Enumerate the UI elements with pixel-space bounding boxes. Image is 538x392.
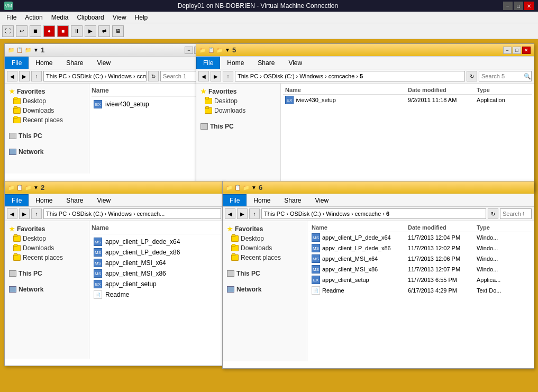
win2-tab-home[interactable]: Home	[29, 194, 59, 206]
win6-tab-home[interactable]: Home	[247, 194, 277, 206]
table-row[interactable]: 📄 Readme 6/17/2013 4:29 PM Text Do...	[309, 285, 532, 296]
list-item[interactable]: MS appv_client_MSI_x86	[92, 268, 221, 279]
win6-search-input[interactable]	[503, 211, 524, 217]
win5-sidebar: ★ Favorites Desktop Downloads This PC	[196, 84, 281, 184]
minimize-button[interactable]: −	[503, 2, 513, 10]
table-row[interactable]: MS appv_client_MSI_x64 11/7/2013 12:06 P…	[309, 253, 532, 264]
win5-maximize[interactable]: □	[513, 47, 521, 54]
win6-tab-view[interactable]: View	[308, 194, 335, 206]
win2-tab-file[interactable]: File	[5, 194, 29, 206]
col-date-header: Date modified	[408, 87, 477, 93]
win5-minimize[interactable]: −	[503, 47, 512, 54]
win1-forward[interactable]: ▶	[19, 71, 30, 81]
table-row[interactable]: MS appv_client_MSI_x86 11/7/2013 12:07 P…	[309, 264, 532, 275]
star-icon: ★	[9, 88, 15, 95]
maximize-button[interactable]: □	[514, 2, 523, 10]
toolbar-btn-2[interactable]: ↩	[16, 25, 28, 37]
toolbar-btn-3[interactable]: ⏹	[30, 25, 41, 37]
win6-tab-file[interactable]: File	[223, 194, 247, 206]
win1-up[interactable]: ↑	[31, 71, 42, 81]
win5-forward[interactable]: ▶	[211, 71, 221, 81]
win1-tab-share[interactable]: Share	[59, 57, 90, 69]
menu-clipboard[interactable]: Clipboard	[72, 13, 108, 22]
win5-up[interactable]: ↑	[223, 71, 233, 81]
win1-sidebar-downloads[interactable]: Downloads	[5, 106, 89, 115]
win2-address[interactable]: This PC › OSDisk (C:) › Windows › ccmcac…	[43, 208, 221, 219]
win5-thispc-header[interactable]: This PC	[196, 122, 280, 131]
win6-network-header[interactable]: Network	[223, 285, 307, 294]
win6-thispc-header[interactable]: This PC	[223, 269, 307, 278]
win5-back[interactable]: ◀	[198, 71, 209, 81]
win2-back[interactable]: ◀	[7, 208, 17, 219]
toolbar-btn-7[interactable]: ▶	[85, 25, 96, 37]
list-item[interactable]: 📄 Readme	[92, 289, 221, 300]
list-item[interactable]: EX iview430_setup	[92, 99, 213, 110]
menu-view[interactable]: View	[108, 13, 131, 22]
win1-ribbon: File Home Share View ?	[5, 57, 215, 69]
win6-sidebar-desktop[interactable]: Desktop	[223, 234, 307, 243]
win6-forward[interactable]: ▶	[237, 208, 248, 219]
win2-forward[interactable]: ▶	[19, 208, 30, 219]
win6-sidebar-downloads[interactable]: Downloads	[223, 243, 307, 253]
close-button[interactable]: ✕	[524, 2, 534, 10]
win6-search-box[interactable]	[500, 208, 532, 219]
win1-network-header[interactable]: Network	[5, 147, 89, 157]
win1-refresh[interactable]: ↻	[148, 71, 159, 81]
toolbar-btn-4[interactable]: ●	[43, 25, 55, 37]
toolbar-btn-1[interactable]: ⛶	[2, 25, 14, 37]
win2-thispc-header[interactable]: This PC	[5, 269, 89, 278]
toolbar-btn-6[interactable]: ⏸	[71, 25, 83, 37]
menu-media[interactable]: Media	[47, 13, 73, 22]
table-row[interactable]: EX appv_client_setup 11/7/2013 6:55 PM A…	[309, 275, 532, 285]
file-name: Readme	[105, 291, 129, 298]
win1-back[interactable]: ◀	[7, 71, 17, 81]
menu-action[interactable]: Action	[21, 13, 47, 22]
win1-tab-view[interactable]: View	[90, 57, 117, 69]
menu-file[interactable]: File	[2, 13, 21, 22]
win1-sidebar-recent[interactable]: Recent places	[5, 115, 89, 125]
win5-refresh[interactable]: ↻	[467, 71, 477, 81]
win6-tab-share[interactable]: Share	[277, 194, 308, 206]
list-item[interactable]: MS appv_client_LP_dede_x64	[92, 236, 221, 247]
win1-address[interactable]: This PC › OSDisk (C:) › Windows › ccmcac…	[43, 71, 147, 81]
win5-search-box[interactable]: 🔍	[479, 71, 532, 81]
win5-tab-home[interactable]: Home	[220, 57, 251, 69]
win6-up[interactable]: ↑	[249, 208, 260, 219]
win1-tab-file[interactable]: File	[5, 57, 29, 69]
toolbar-btn-8[interactable]: ⇄	[98, 25, 110, 37]
list-item[interactable]: MS appv_client_MSI_x64	[92, 258, 221, 268]
win2-tab-view[interactable]: View	[90, 194, 117, 206]
toolbar-btn-9[interactable]: 🖥	[112, 25, 124, 37]
win1-sidebar-desktop[interactable]: Desktop	[5, 96, 89, 106]
win2-tab-share[interactable]: Share	[59, 194, 90, 206]
win6-refresh[interactable]: ↻	[488, 208, 498, 219]
win2-up[interactable]: ↑	[31, 208, 42, 219]
toolbar-btn-5[interactable]: ■	[57, 25, 69, 37]
win5-address[interactable]: This PC › OSDisk (C:) › Windows › ccmcac…	[235, 71, 465, 81]
win5-close[interactable]: ✕	[522, 47, 531, 54]
col-date-header: Date modified	[408, 224, 477, 231]
win1-minimize[interactable]: −	[185, 47, 193, 54]
win6-address[interactable]: This PC › OSDisk (C:) › Windows › ccmcac…	[261, 208, 486, 219]
table-row[interactable]: MS appv_client_LP_dede_x64 11/7/2013 12:…	[309, 232, 532, 243]
win5-tab-file[interactable]: File	[196, 57, 220, 69]
menu-bar: File Action Media Clipboard View Help	[0, 12, 538, 23]
win5-tab-share[interactable]: Share	[251, 57, 281, 69]
menu-help[interactable]: Help	[131, 13, 152, 22]
win5-tab-view[interactable]: View	[281, 57, 309, 69]
win5-sidebar-desktop[interactable]: Desktop	[196, 96, 280, 106]
table-row[interactable]: MS appv_client_LP_dede_x86 11/7/2013 12:…	[309, 243, 532, 253]
table-row[interactable]: EX iview430_setup 9/2/2011 11:18 AM Appl…	[283, 95, 532, 105]
win2-sidebar-recent[interactable]: Recent places	[5, 253, 89, 262]
win6-back[interactable]: ◀	[225, 208, 235, 219]
win2-network-header[interactable]: Network	[5, 285, 89, 294]
list-item[interactable]: MS appv_client_LP_dede_x86	[92, 247, 221, 258]
win2-sidebar-desktop[interactable]: Desktop	[5, 234, 89, 243]
list-item[interactable]: EX appv_client_setup	[92, 279, 221, 289]
win6-sidebar-recent[interactable]: Recent places	[223, 253, 307, 262]
win1-thispc-header[interactable]: This PC	[5, 131, 89, 141]
win5-sidebar-downloads[interactable]: Downloads	[196, 106, 280, 115]
win2-sidebar-downloads[interactable]: Downloads	[5, 243, 89, 253]
win1-tab-home[interactable]: Home	[29, 57, 59, 69]
win5-search-input[interactable]	[481, 73, 524, 79]
